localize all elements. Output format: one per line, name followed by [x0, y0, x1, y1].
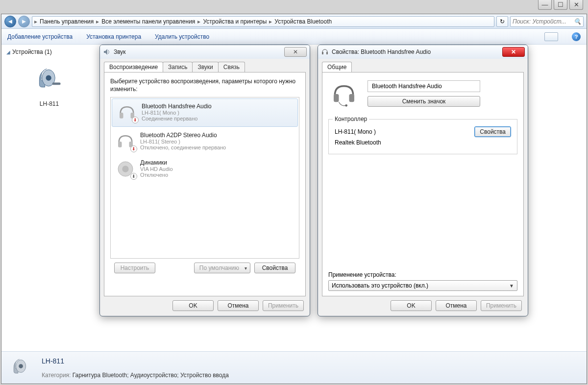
properties-dialog: Свойства: Bluetooth Handsfree Audio ✕ Об…	[318, 45, 528, 316]
playback-device-list[interactable]: ⬇ Bluetooth Handsfree Audio LH-811( Mono…	[110, 97, 299, 259]
sound-instruction: Выберите устройство воспроизведения, пар…	[110, 77, 299, 93]
status-badge-icon: ⬇	[130, 173, 137, 180]
device-subtitle: LH-811( Mono )	[142, 110, 212, 116]
search-icon: 🔍	[574, 18, 581, 25]
sound-close-button[interactable]: ✕	[284, 47, 307, 57]
details-name: LH-811	[42, 357, 229, 365]
sound-tabs: Воспроизведение Запись Звуки Связь	[100, 59, 310, 72]
properties-button[interactable]: Свойства	[254, 263, 295, 273]
search-input[interactable]	[513, 18, 572, 25]
device-status: Отключено, соединение прервано	[140, 144, 226, 150]
props-title: Свойства: Bluetooth Handsfree Audio	[332, 48, 431, 55]
status-badge-icon: ⬇	[130, 145, 137, 152]
ok-button[interactable]: OK	[391, 300, 432, 311]
tab-general[interactable]: Общие	[322, 62, 352, 72]
explorer-window: ◄ ► ▸ Панель управления ▸ Все элементы п…	[1, 14, 587, 384]
section-title: Устройства (1)	[12, 48, 52, 55]
device-status: Соединение прервано	[142, 116, 212, 121]
device-label: LH-811	[15, 100, 84, 107]
usage-label: Применение устройства:	[328, 271, 517, 278]
breadcrumb-item[interactable]: Все элементы панели управления	[100, 18, 196, 25]
section-header: ◢ Устройства (1)	[6, 48, 92, 55]
svg-point-1	[46, 75, 51, 81]
breadcrumb-item[interactable]: Устройства Bluetooth	[273, 18, 333, 25]
sound-title: Звук	[114, 48, 126, 55]
refresh-button[interactable]: ↻	[496, 16, 508, 27]
change-icon-button[interactable]: Сменить значок	[368, 96, 480, 107]
tab-recording[interactable]: Запись	[163, 62, 193, 72]
details-category-label: Категория:	[42, 372, 71, 379]
forward-button[interactable]: ►	[18, 16, 30, 27]
headset-icon	[8, 356, 35, 380]
tab-playback[interactable]: Воспроизведение	[104, 62, 163, 72]
tab-communications[interactable]: Связь	[218, 62, 245, 72]
device-name: Bluetooth Handsfree Audio	[142, 103, 212, 110]
svg-rect-2	[52, 83, 60, 85]
svg-rect-5	[118, 142, 122, 147]
cmd-add-printer[interactable]: Установка принтера	[86, 33, 141, 40]
device-large-icon	[330, 80, 358, 109]
breadcrumb-box[interactable]: ▸ Панель управления ▸ Все элементы панел…	[32, 16, 494, 27]
svg-rect-3	[120, 113, 123, 119]
speaker-icon: ⬇	[116, 159, 135, 179]
apply-button[interactable]: Применить	[481, 300, 522, 311]
device-tile[interactable]: LH-811	[15, 59, 84, 107]
controller-line: Realtek Bluetooth	[335, 139, 381, 146]
breadcrumb-item[interactable]: Устройства и принтеры	[202, 18, 268, 25]
help-icon[interactable]: ?	[572, 32, 581, 41]
cmd-remove-device[interactable]: Удалить устройство	[155, 33, 209, 40]
minimize-button[interactable]: —	[538, 0, 552, 10]
controller-legend: Контроллер	[333, 116, 369, 122]
headset-icon	[321, 48, 329, 56]
search-box[interactable]: 🔍	[510, 16, 584, 27]
controller-properties-button[interactable]: Свойства	[474, 126, 511, 137]
details-category-value: Гарнитура Bluetooth; Аудиоустройство; Ус…	[73, 372, 229, 379]
device-name-field[interactable]: Bluetooth Handsfree Audio	[368, 80, 480, 92]
svg-rect-10	[326, 52, 328, 54]
ok-button[interactable]: OK	[172, 300, 214, 311]
props-close-button[interactable]: ✕	[502, 47, 525, 57]
controller-line: LH-811( Mono )	[335, 128, 376, 135]
back-button[interactable]: ◄	[4, 16, 16, 27]
address-bar: ◄ ► ▸ Панель управления ▸ Все элементы п…	[1, 14, 587, 29]
sound-titlebar[interactable]: Звук ✕	[100, 45, 310, 59]
headphones-icon: ⬇	[117, 103, 137, 122]
chevron-down-icon: ▼	[509, 283, 514, 289]
tab-sounds[interactable]: Звуки	[192, 62, 218, 72]
device-status: Отключено	[140, 172, 173, 178]
device-subtitle: VIA HD Audio	[140, 166, 173, 172]
svg-point-15	[19, 364, 23, 368]
playback-item[interactable]: ⬇ Bluetooth A2DP Stereo Audio LH-811( St…	[111, 128, 299, 155]
headphones-icon: ⬇	[116, 132, 135, 151]
props-titlebar[interactable]: Свойства: Bluetooth Handsfree Audio ✕	[318, 45, 528, 59]
details-pane: LH-811 Категория: Гарнитура Bluetooth; А…	[1, 351, 587, 384]
sound-tab-body: Выберите устройство воспроизведения, пар…	[104, 72, 306, 296]
cancel-button[interactable]: Отмена	[218, 300, 259, 311]
apply-button[interactable]: Применить	[263, 300, 304, 311]
svg-point-13	[345, 104, 347, 107]
usage-combobox[interactable]: Использовать это устройство (вкл.) ▼	[328, 280, 517, 291]
configure-button[interactable]: Настроить	[114, 263, 155, 273]
set-default-button[interactable]: По умолчанию	[194, 263, 250, 273]
view-options-button[interactable]	[544, 32, 558, 41]
close-button[interactable]: ✕	[569, 0, 583, 10]
props-tab-body: Bluetooth Handsfree Audio Сменить значок…	[322, 72, 524, 296]
cancel-button[interactable]: Отмена	[436, 300, 477, 311]
breadcrumb-item[interactable]: Панель управления	[39, 18, 95, 25]
device-name: Динамики	[140, 159, 173, 166]
playback-item[interactable]: ⬇ Bluetooth Handsfree Audio LH-811( Mono…	[112, 98, 298, 127]
maximize-button[interactable]: ☐	[554, 0, 567, 10]
playback-item[interactable]: ⬇ Динамики VIA HD Audio Отключено	[111, 155, 299, 183]
headset-icon	[15, 59, 84, 98]
svg-rect-11	[334, 94, 339, 102]
content-area: ◢ Устройства (1) LH-811	[1, 45, 587, 351]
controller-fieldset: Контроллер LH-811( Mono ) Свойства Realt…	[328, 119, 517, 154]
usage-value: Использовать это устройство (вкл.)	[332, 282, 428, 289]
device-name: Bluetooth A2DP Stereo Audio	[140, 132, 226, 139]
svg-rect-9	[322, 52, 323, 54]
cmd-add-device[interactable]: Добавление устройства	[7, 33, 73, 40]
collapse-icon[interactable]: ◢	[6, 49, 10, 55]
props-tabs: Общие	[318, 59, 528, 72]
status-badge-icon: ⬇	[132, 117, 139, 123]
device-list-pane: ◢ Устройства (1) LH-811	[1, 45, 97, 351]
